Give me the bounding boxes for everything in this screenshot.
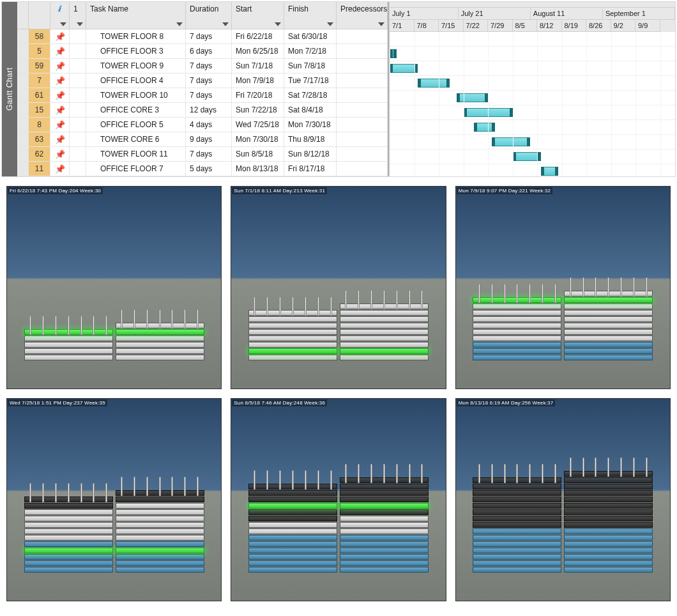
start-cell[interactable]: Sun 7/22/18 (232, 103, 284, 118)
finish-cell[interactable]: Fri 8/17/18 (284, 162, 337, 176)
row-task-mode[interactable] (70, 59, 86, 73)
col-selector[interactable] (17, 2, 29, 29)
timeline-row[interactable] (390, 105, 675, 120)
gantt-bar[interactable] (513, 152, 541, 161)
task-name-cell[interactable]: OFFICE FLOOR 7 (86, 162, 186, 176)
predecessors-cell[interactable] (337, 147, 388, 162)
chevron-down-icon[interactable] (275, 22, 281, 26)
predecessors-cell[interactable] (337, 59, 388, 73)
gantt-bar[interactable] (390, 49, 397, 58)
gantt-bar[interactable] (541, 167, 559, 176)
duration-cell[interactable]: 5 days (186, 162, 232, 176)
timeline-row[interactable] (390, 32, 675, 47)
row-task-mode[interactable] (70, 73, 86, 88)
row-id[interactable]: 15 (29, 103, 50, 118)
start-cell[interactable]: Sun 7/1/18 (232, 59, 284, 73)
duration-cell[interactable]: 7 days (186, 59, 232, 73)
col-finish[interactable]: Finish (284, 2, 337, 29)
row-selector[interactable] (17, 88, 29, 103)
table-row[interactable]: 5📌OFFICE FLOOR 36 daysMon 6/25/18Mon 7/2… (17, 44, 388, 59)
duration-cell[interactable]: 7 days (186, 73, 232, 88)
table-row[interactable]: 62📌TOWER FLOOR 117 daysSun 8/5/18Sun 8/1… (17, 147, 388, 162)
timeline-row[interactable] (390, 150, 675, 164)
finish-cell[interactable]: Sat 8/4/18 (284, 103, 337, 118)
predecessors-cell[interactable] (337, 118, 388, 132)
gantt-sidebar-label[interactable]: Gantt Chart (2, 2, 17, 176)
row-task-mode[interactable] (70, 44, 86, 59)
task-name-cell[interactable]: TOWER FLOOR 10 (86, 88, 186, 103)
row-task-mode[interactable] (70, 162, 86, 176)
finish-cell[interactable]: Mon 7/2/18 (284, 44, 337, 59)
row-id[interactable]: 62 (29, 147, 50, 162)
row-selector[interactable] (17, 59, 29, 73)
gantt-bar[interactable] (390, 64, 418, 73)
timeline-row[interactable] (390, 164, 675, 176)
col-info[interactable]: ℹ (50, 2, 70, 29)
predecessors-cell[interactable] (337, 162, 388, 176)
row-id[interactable]: 63 (29, 132, 50, 147)
row-task-mode[interactable] (70, 103, 86, 118)
predecessors-cell[interactable] (337, 44, 388, 59)
start-cell[interactable]: Fri 7/20/18 (232, 88, 284, 103)
start-cell[interactable]: Mon 7/30/18 (232, 132, 284, 147)
col-start[interactable]: Start (232, 2, 284, 29)
gantt-bar[interactable] (418, 79, 450, 88)
chevron-down-icon[interactable] (60, 22, 66, 26)
chevron-down-icon[interactable] (176, 22, 183, 26)
row-task-mode[interactable] (70, 88, 86, 103)
start-cell[interactable]: Mon 7/9/18 (232, 73, 284, 88)
timeline-row[interactable] (390, 91, 675, 105)
timeline-row[interactable] (390, 47, 675, 61)
duration-cell[interactable]: 7 days (186, 88, 232, 103)
start-cell[interactable]: Mon 6/25/18 (232, 44, 284, 59)
finish-cell[interactable]: Thu 8/9/18 (284, 132, 337, 147)
finish-cell[interactable]: Sat 7/28/18 (284, 88, 337, 103)
col-row-id[interactable] (29, 2, 50, 29)
finish-cell[interactable]: Sun 7/8/18 (284, 59, 337, 73)
predecessors-cell[interactable] (337, 132, 388, 147)
row-task-mode[interactable] (70, 118, 86, 132)
timeline-row[interactable] (390, 120, 675, 135)
predecessors-cell[interactable] (337, 73, 388, 88)
duration-cell[interactable]: 7 days (186, 29, 232, 44)
row-id[interactable]: 58 (29, 29, 50, 44)
row-selector[interactable] (17, 103, 29, 118)
finish-cell[interactable]: Sun 8/12/18 (284, 147, 337, 162)
task-name-cell[interactable]: OFFICE CORE 3 (86, 103, 186, 118)
table-row[interactable]: 63📌TOWER CORE 69 daysMon 7/30/18Thu 8/9/… (17, 132, 388, 147)
chevron-down-icon[interactable] (327, 22, 333, 26)
table-row[interactable]: 7📌OFFICE FLOOR 47 daysMon 7/9/18Tue 7/17… (17, 73, 388, 88)
row-selector[interactable] (17, 29, 29, 44)
row-selector[interactable] (17, 132, 29, 147)
predecessors-cell[interactable] (337, 29, 388, 44)
gantt-bar[interactable] (474, 123, 495, 132)
finish-cell[interactable]: Tue 7/17/18 (284, 73, 337, 88)
start-cell[interactable]: Mon 8/13/18 (232, 162, 284, 176)
duration-cell[interactable]: 6 days (186, 44, 232, 59)
col-task-name[interactable]: Task Name (86, 2, 186, 29)
table-row[interactable]: 8📌OFFICE FLOOR 54 daysWed 7/25/18Mon 7/3… (17, 118, 388, 132)
start-cell[interactable]: Fri 6/22/18 (232, 29, 284, 44)
table-row[interactable]: 15📌OFFICE CORE 312 daysSun 7/22/18Sat 8/… (17, 103, 388, 118)
gantt-bar[interactable] (492, 137, 531, 146)
row-id[interactable]: 8 (29, 118, 50, 132)
finish-cell[interactable]: Mon 7/30/18 (284, 118, 337, 132)
table-row[interactable]: 58📌TOWER FLOOR 87 daysFri 6/22/18Sat 6/3… (17, 29, 388, 44)
chevron-down-icon[interactable] (77, 22, 83, 26)
row-id[interactable]: 5 (29, 44, 50, 59)
task-name-cell[interactable]: OFFICE FLOOR 3 (86, 44, 186, 59)
table-row[interactable]: 59📌TOWER FLOOR 97 daysSun 7/1/18Sun 7/8/… (17, 59, 388, 73)
start-cell[interactable]: Wed 7/25/18 (232, 118, 284, 132)
task-name-cell[interactable]: OFFICE FLOOR 5 (86, 118, 186, 132)
row-id[interactable]: 59 (29, 59, 50, 73)
timeline-row[interactable] (390, 135, 675, 150)
col-predecessors[interactable]: Predecessors (337, 2, 388, 29)
finish-cell[interactable]: Sat 6/30/18 (284, 29, 337, 44)
col-task-mode[interactable]: 1 (70, 2, 86, 29)
row-selector[interactable] (17, 44, 29, 59)
timeline-row[interactable] (390, 61, 675, 76)
task-name-cell[interactable]: OFFICE FLOOR 4 (86, 73, 186, 88)
col-duration[interactable]: Duration (186, 2, 232, 29)
row-task-mode[interactable] (70, 132, 86, 147)
row-id[interactable]: 7 (29, 73, 50, 88)
